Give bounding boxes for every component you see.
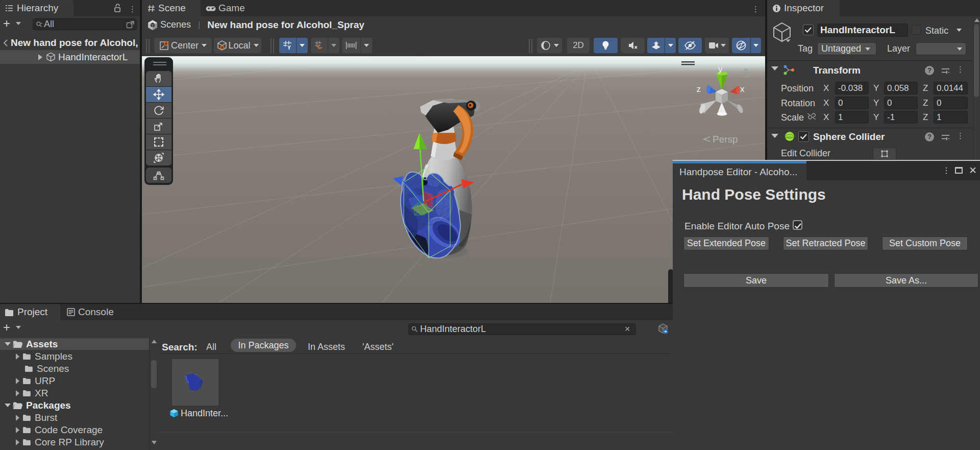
svg-text:x: x [740,84,745,94]
svg-text:y: y [718,64,723,74]
svg-text:Persp: Persp [713,134,738,145]
svg-text:z: z [697,84,701,94]
svg-text:Y: Y [287,45,291,51]
